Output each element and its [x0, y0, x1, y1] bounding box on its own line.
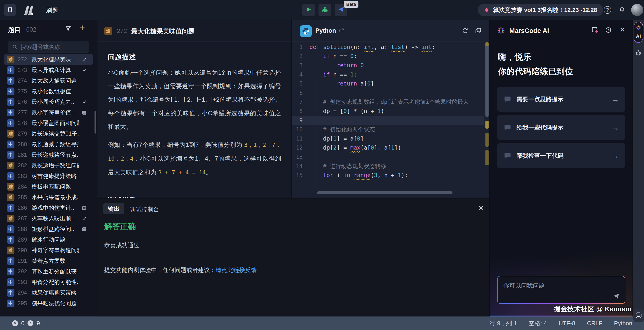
problem-list-item[interactable]: 中281最长递减路径节点... — [4, 150, 94, 160]
sidebar-toggle-button[interactable] — [4, 4, 16, 16]
problem-list-item[interactable]: 中294糖果优惠购买策略 — [4, 287, 94, 298]
code-text: # 初始化前两个状态 — [310, 126, 375, 133]
filter-button[interactable] — [65, 25, 71, 32]
status-item[interactable]: 行 9，列 1 — [490, 320, 517, 327]
debug-button[interactable] — [318, 4, 331, 16]
language-switch-icon[interactable]: ⇄ — [339, 26, 344, 34]
problem-number: 276 — [18, 98, 32, 105]
reset-code-button[interactable] — [462, 28, 468, 35]
status-item[interactable]: 空格: 4 — [529, 320, 547, 327]
problem-list-item[interactable]: 中275最小化数组极值 — [4, 86, 94, 96]
status-item[interactable]: CRLF — [587, 320, 602, 327]
problems-counter[interactable]: ✕ 0 ! 9 — [12, 316, 40, 330]
code-line[interactable]: 6 — [292, 88, 484, 98]
editor-horizontal-scrollbar[interactable] — [317, 191, 452, 194]
code-token: max — [350, 144, 360, 151]
code-line[interactable]: 12 dp[2] = max(a[0], a[1]) — [292, 143, 484, 152]
help-button[interactable]: ? — [604, 6, 611, 14]
notifications-button[interactable] — [619, 6, 625, 14]
sidebar-scrollbar[interactable] — [94, 111, 96, 134]
marscode-logo-icon[interactable] — [22, 5, 36, 16]
editor-vertical-scrollbar[interactable] — [486, 42, 488, 191]
problem-list-item[interactable]: 中277最小字符串价值... — [4, 107, 94, 118]
problem-list-item[interactable]: 中293粮食分配的可能性... — [4, 277, 94, 287]
code-line[interactable]: 3 return 0 — [292, 61, 484, 70]
code-line[interactable]: 13 — [292, 152, 484, 162]
close-icon[interactable]: ✕ — [478, 204, 484, 212]
code-token: : — [354, 71, 357, 78]
search-input[interactable] — [20, 44, 93, 50]
ai-panel-toggle[interactable]: AI — [634, 22, 643, 43]
code-line[interactable]: 15 for i in range(3, n + 1): — [292, 170, 484, 180]
new-chat-button[interactable] — [592, 26, 598, 34]
problem-list-item[interactable]: 中273最大异或和计算✓ — [4, 65, 94, 75]
problem-list-item[interactable]: 中276最小周长巧克力...✓ — [4, 96, 94, 107]
search-box — [8, 41, 89, 53]
add-problem-button[interactable]: + — [80, 22, 85, 34]
difficulty-badge: 中 — [7, 151, 14, 159]
problem-list-item[interactable]: 中278最小覆盖圆面积问题 — [4, 118, 94, 128]
code-line[interactable]: 2 if n == 0: — [292, 52, 484, 61]
code-line[interactable]: 11 dp[1] = a[0] — [292, 134, 484, 143]
tab-debug-console[interactable]: 调试控制台 — [130, 206, 159, 214]
problem-list-item[interactable]: 难272最大化糖果美味...✓ — [4, 54, 94, 65]
code-line[interactable]: 5 return a[0] — [292, 79, 484, 88]
problem-list-item[interactable]: 中283树苗健康提升策略 — [4, 171, 94, 181]
ai-suggestion-card[interactable]: 帮我检查一下代码→ — [497, 143, 625, 168]
line-number: 2 — [292, 53, 310, 59]
code-editor[interactable]: 1def solution(n: int, a: list) -> int:2 … — [292, 42, 484, 191]
bell-icon — [619, 10, 625, 14]
problem-list-item[interactable]: 中291禁着点方案数 — [4, 256, 94, 266]
problem-list-item[interactable]: 中292算珠重新分配以获... — [4, 266, 94, 277]
code-text: # 进行动态规划状态转移 — [310, 162, 386, 170]
ai-suggestion-card[interactable]: 给我一些代码提示→ — [497, 115, 625, 140]
difficulty-badge: 中 — [7, 98, 14, 106]
format-code-button[interactable] — [475, 28, 481, 35]
problem-list-item[interactable]: 难279最长连续交替01子... — [4, 128, 94, 139]
problem-list-item[interactable]: 中288矩形棋盘路径问... — [4, 224, 94, 234]
problem-list-item[interactable]: 中295糖果吃法优化问题 — [4, 298, 94, 308]
code-line[interactable]: 7 # 创建动态规划数组，dp[i]表示考虑前i个糖果时的最大 — [292, 98, 484, 107]
code-token: def — [310, 44, 323, 50]
problem-list-item[interactable]: 中274最大敌人捕获问题 — [4, 75, 94, 86]
code-line[interactable]: 8 dp = [0] * (n + 1) — [292, 106, 484, 116]
app-root: 刷题 Beta 算法竞技赛 vol1 3报名啦！12.23 -12.28 ? 题… — [0, 0, 644, 330]
problem-list-item[interactable]: 难282最长递增子数组问题 — [4, 160, 94, 171]
problem-list-item[interactable]: 难284模板串匹配问题 — [4, 181, 94, 192]
problem-list-item[interactable]: 中289破冰行动问题 — [4, 234, 94, 245]
code-line[interactable]: 9 — [292, 116, 484, 125]
status-item[interactable]: UTF-8 — [558, 320, 575, 327]
tab-output[interactable]: 输出 — [103, 203, 124, 214]
problem-list-item[interactable]: 难287火车驶入驶出顺...✓ — [4, 213, 94, 224]
contest-rail-icon[interactable] — [635, 50, 642, 57]
suggestion-label: 给我一些代码提示 — [516, 124, 564, 132]
sparkle-icon — [497, 26, 505, 35]
problem-list-item[interactable]: 难285水果店果篮最小成... — [4, 192, 94, 202]
problem-list-item[interactable]: 中286游戏中的伤害计... — [4, 202, 94, 213]
scrollbar-thumb[interactable] — [486, 42, 488, 117]
avatar[interactable] — [631, 4, 643, 16]
code-line[interactable]: 1def solution(n: int, a: list) -> int: — [292, 42, 484, 52]
ai-suggestion-card[interactable]: 需要一点思路提示→ — [497, 87, 625, 112]
ai-chat-input[interactable] — [498, 276, 625, 304]
problem-number: 283 — [18, 173, 32, 179]
example-paragraph: 例如：当有7个糖果，编号为1到7，美味值分别为 3，1，2，7，10，2，4，小… — [108, 138, 281, 179]
feedback-link[interactable]: 请点此链接反馈 — [216, 266, 257, 274]
problem-list-item[interactable]: 中280最长递减子数组寻找 — [4, 139, 94, 150]
run-button[interactable] — [302, 4, 315, 16]
result-status: 解答正确 — [104, 221, 136, 232]
current-line-mark — [486, 121, 488, 128]
send-icon[interactable] — [613, 292, 620, 300]
divider — [42, 6, 42, 13]
code-line[interactable]: 4 if n == 1: — [292, 70, 484, 79]
code-line[interactable]: 14 # 进行动态规划状态转移 — [292, 162, 484, 171]
code-line[interactable]: 10 # 初始化前两个状态 — [292, 125, 484, 134]
close-icon[interactable]: ✕ — [620, 26, 625, 34]
code-text: dp[1] = a[0] — [310, 135, 364, 142]
history-button[interactable] — [605, 26, 612, 34]
contest-banner[interactable]: 算法竞技赛 vol1 3报名啦！12.23 -12.28 — [478, 4, 603, 16]
problem-list-item[interactable]: 难290神奇字符串构造问题 — [4, 245, 94, 256]
bottom-panel-toggle[interactable] — [634, 310, 644, 322]
difficulty-badge: 中 — [7, 109, 14, 116]
status-item[interactable]: Python — [614, 320, 632, 327]
